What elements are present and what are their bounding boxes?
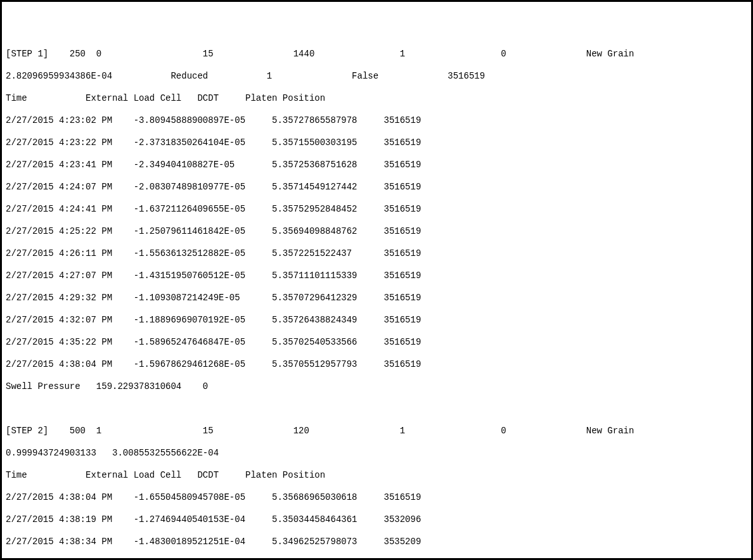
step1-params: 2.82096959934386E-04 Reduced 1 False 351… xyxy=(6,71,747,82)
step1-row: 2/27/2015 4:32:07 PM -1.18896969070192E-… xyxy=(6,315,747,326)
step1-row: 2/27/2015 4:23:41 PM -2.349404108827E-05… xyxy=(6,160,747,171)
step2-row: 2/27/2015 4:38:04 PM -1.65504580945708E-… xyxy=(6,492,747,504)
blank-line xyxy=(6,404,747,415)
step1-row: 2/27/2015 4:24:41 PM -1.63721126409655E-… xyxy=(6,204,747,215)
step2-column-header: Time External Load Cell DCDT Platen Posi… xyxy=(6,470,747,481)
step1-row: 2/27/2015 4:24:07 PM -2.08307489810977E-… xyxy=(6,182,747,193)
step2-params: 0.999943724903133 3.00855325556622E-04 xyxy=(6,448,747,459)
step1-row: 2/27/2015 4:23:22 PM -2.37318350264104E-… xyxy=(6,137,747,149)
step1-row: 2/27/2015 4:27:07 PM -1.43151950760512E-… xyxy=(6,270,747,282)
step1-header: [STEP 1] 250 0 15 1440 1 0 New Grain xyxy=(6,49,747,60)
step1-row: 2/27/2015 4:29:32 PM -1.1093087214249E-0… xyxy=(6,293,747,304)
step1-row: 2/27/2015 4:25:22 PM -1.25079611461842E-… xyxy=(6,226,747,238)
step1-row: 2/27/2015 4:26:11 PM -1.55636132512882E-… xyxy=(6,248,747,260)
step1-column-header: Time External Load Cell DCDT Platen Posi… xyxy=(6,93,747,105)
step2-row: 2/27/2015 4:38:34 PM -1.48300189521251E-… xyxy=(6,537,747,548)
step2-header: [STEP 2] 500 1 15 120 1 0 New Grain xyxy=(6,426,747,437)
step2-row: 2/27/2015 4:38:19 PM -1.27469440540153E-… xyxy=(6,514,747,526)
step1-row: 2/27/2015 4:38:04 PM -1.59678629461268E-… xyxy=(6,359,747,371)
step1-swell: Swell Pressure 159.229378310604 0 xyxy=(6,381,747,393)
step1-row: 2/27/2015 4:23:02 PM -3.80945888900897E-… xyxy=(6,115,747,127)
step1-row: 2/27/2015 4:35:22 PM -1.58965247646847E-… xyxy=(6,337,747,348)
